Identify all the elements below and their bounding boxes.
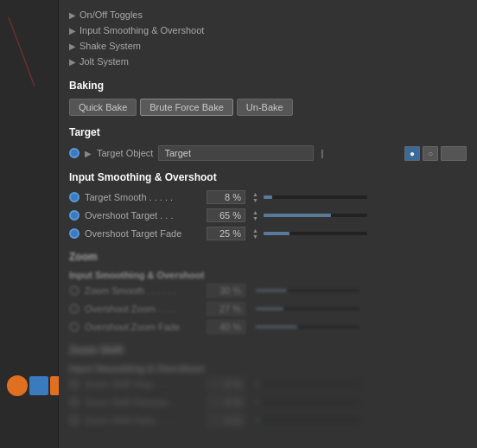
overshoot-zoom-fade-slider — [256, 325, 359, 329]
target-object-label: Target Object — [97, 148, 153, 158]
zoom-smooth-slider — [256, 289, 359, 292]
left-sidebar — [0, 0, 59, 448]
zoom-shift-release-slider — [256, 400, 359, 404]
overshoot-zoom-label: Overshoot Zoom . . . . — [85, 304, 201, 314]
overshoot-zoom-radio — [69, 304, 80, 314]
orange-circle-icon — [7, 375, 28, 396]
target-radio[interactable] — [69, 148, 80, 158]
zoom-shift-fade-value: 4 % — [207, 413, 245, 427]
target-input-field[interactable] — [158, 145, 314, 161]
target-smooth-value[interactable]: 8 % — [207, 190, 245, 204]
zoom-shift-header: Zoom Shift — [69, 342, 467, 358]
zoom-shift-stop-value: 4 % — [207, 377, 245, 391]
zoom-smooth-radio — [69, 285, 80, 296]
blue-square-icon — [29, 376, 48, 395]
target-smooth-fill — [264, 195, 272, 199]
zoom-section-header: Zoom — [69, 249, 467, 265]
baking-buttons-row: Quick Bake Brute Force Bake Un-Bake — [69, 99, 467, 116]
target-extra-btn1[interactable]: ● — [404, 146, 420, 161]
target-smooth-slider[interactable] — [264, 195, 367, 199]
collapsed-label: On/Off Toggles — [80, 10, 143, 20]
main-container: ▶ On/Off Toggles ▶ Input Smoothing & Ove… — [0, 0, 477, 448]
zoom-shift-release-value: 4 % — [207, 395, 245, 409]
overshoot-zoom-row: Overshoot Zoom . . . . 27 % — [69, 302, 467, 316]
collapsed-shake-system[interactable]: ▶ Shake System — [69, 38, 467, 54]
overshoot-zoom-fade-row: Overshoot Zoom Fade 40 % — [69, 320, 467, 334]
quick-bake-button[interactable]: Quick Bake — [69, 99, 137, 116]
overshoot-fade-label: Overshoot Target Fade — [85, 228, 201, 239]
input-smoothing-header: Input Smoothing & Overshoot — [69, 170, 467, 185]
overshoot-target-slider[interactable] — [264, 214, 367, 217]
cursor-indicator: | — [321, 148, 323, 158]
overshoot-zoom-fade-radio — [69, 322, 80, 332]
un-bake-button[interactable]: Un-Bake — [237, 99, 293, 116]
overshoot-zoom-fill — [256, 307, 283, 310]
overshoot-zoom-fade-fill — [256, 325, 297, 329]
overshoot-fade-value[interactable]: 25 % — [207, 227, 245, 240]
overshoot-zoom-value: 27 % — [207, 302, 245, 316]
overshoot-target-value[interactable]: 65 % — [207, 208, 245, 222]
overshoot-fade-fill — [264, 232, 289, 235]
collapsed-input-smoothing[interactable]: ▶ Input Smoothing & Overshoot — [69, 22, 467, 38]
overshoot-target-radio[interactable] — [69, 210, 80, 221]
zoom-shift-fade-radio — [69, 415, 80, 426]
zoom-shift-section: Zoom Shift Input Smoothing & Overshoot Z… — [69, 342, 467, 427]
content-area: ▶ On/Off Toggles ▶ Input Smoothing & Ove… — [59, 0, 477, 448]
zoom-smooth-row: Zoom Smooth . . . . . . 30 % — [69, 284, 467, 298]
collapsed-label: Jolt System — [80, 56, 129, 67]
target-smooth-spinners: ▲ ▼ — [252, 191, 258, 203]
spinner-down[interactable]: ▼ — [252, 234, 258, 240]
overshoot-fade-slider[interactable] — [264, 232, 367, 235]
collapsed-jolt-system[interactable]: ▶ Jolt System — [69, 54, 467, 69]
collapsed-on-off-toggles[interactable]: ▶ On/Off Toggles — [69, 7, 467, 22]
target-smooth-label: Target Smooth . . . . . — [85, 192, 201, 202]
overshoot-fade-spinners: ▲ ▼ — [252, 227, 258, 240]
overshoot-zoom-fade-label: Overshoot Zoom Fade — [85, 322, 201, 332]
collapsed-label: Shake System — [80, 41, 141, 51]
target-extras: ● ○ — [404, 146, 467, 161]
target-smooth-row: Target Smooth . . . . . 8 % ▲ ▼ — [69, 190, 467, 204]
arrow-icon: ▶ — [69, 57, 76, 67]
zoom-shift-release-fill — [256, 400, 260, 404]
zoom-shift-fade-slider — [256, 419, 359, 422]
zoom-shift-release-label: Zoom Shift Release . . . — [85, 397, 201, 407]
target-smooth-radio[interactable] — [69, 192, 80, 202]
zoom-section: Zoom Input Smoothing & Overshoot Zoom Sm… — [69, 249, 467, 334]
zoom-shift-subsection: Input Smoothing & Overshoot — [69, 363, 467, 374]
spinner-up[interactable]: ▲ — [252, 191, 258, 197]
overshoot-fade-row: Overshoot Target Fade 25 % ▲ ▼ — [69, 227, 467, 240]
zoom-shift-release-radio — [69, 397, 80, 407]
brute-force-bake-button[interactable]: Brute Force Bake — [140, 99, 233, 116]
zoom-shift-stop-fill — [256, 382, 260, 386]
zoom-smooth-label: Zoom Smooth . . . . . . — [85, 285, 201, 296]
collapsed-label: Input Smoothing & Overshoot — [80, 25, 204, 35]
overshoot-target-label: Overshoot Target . . . — [85, 210, 201, 221]
overshoot-target-spinners: ▲ ▼ — [252, 209, 258, 221]
target-extra-btn2[interactable]: ○ — [423, 146, 438, 161]
svg-line-0 — [9, 17, 35, 86]
target-extra-btn3[interactable] — [441, 146, 467, 161]
baking-section-header: Baking — [69, 78, 467, 93]
zoom-smooth-value: 30 % — [207, 284, 245, 298]
zoom-shift-stop-row: Zoom Shift Stop . . . . 4 % — [69, 377, 467, 391]
arrow-icon: ▶ — [69, 26, 76, 35]
zoom-shift-stop-radio — [69, 379, 80, 389]
spinner-down[interactable]: ▼ — [252, 215, 258, 221]
zoom-shift-fade-label: Zoom Shift Fade . . . . — [85, 415, 201, 426]
overshoot-zoom-fade-value: 40 % — [207, 320, 245, 334]
zoom-smooth-fill — [256, 289, 287, 292]
zoom-shift-fade-row: Zoom Shift Fade . . . . 4 % — [69, 413, 467, 427]
spinner-up[interactable]: ▲ — [252, 227, 258, 234]
zoom-shift-release-row: Zoom Shift Release . . . 4 % — [69, 395, 467, 409]
spinner-up[interactable]: ▲ — [252, 209, 258, 215]
overshoot-zoom-slider — [256, 307, 359, 310]
zoom-shift-stop-label: Zoom Shift Stop . . . . — [85, 379, 201, 389]
target-row: ▶ Target Object | ● ○ — [69, 145, 467, 161]
target-section-header: Target — [69, 125, 467, 140]
overshoot-fade-radio[interactable] — [69, 228, 80, 239]
arrow-icon: ▶ — [69, 42, 76, 51]
overshoot-target-row: Overshoot Target . . . 65 % ▲ ▼ — [69, 208, 467, 222]
arrow-icon: ▶ — [69, 10, 76, 20]
spinner-down[interactable]: ▼ — [252, 197, 258, 203]
zoom-subsection-header: Input Smoothing & Overshoot — [69, 270, 467, 280]
